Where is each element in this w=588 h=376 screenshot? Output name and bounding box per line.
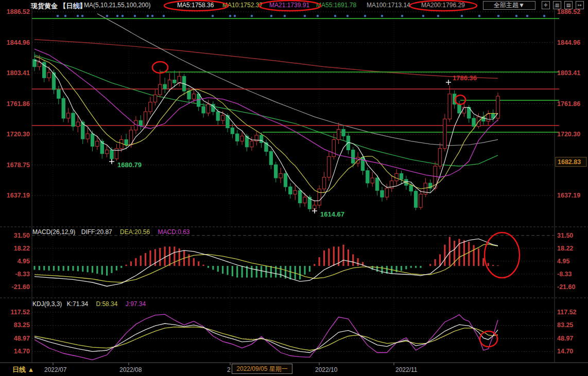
x-axis-date-label: 2 [227,366,231,373]
svg-text:117.52: 117.52 [10,309,30,316]
x-axis-date-label: 2022/11 [395,366,418,373]
x-axis-date-label: 2022/07 [44,366,66,373]
svg-text:1844.96: 1844.96 [557,39,580,46]
svg-text:14.70: 14.70 [557,348,573,355]
kdj-j-value: J:97.34 [126,300,146,308]
kdj-k-value: K:71.34 [67,300,88,308]
svg-text:83.25: 83.25 [14,321,30,329]
svg-text:48.97: 48.97 [557,335,573,342]
svg-text:1614.67: 1614.67 [320,210,344,218]
svg-text:1720.30: 1720.30 [7,131,30,138]
date-tooltip: 2022/09/05 星期一 [232,364,292,374]
svg-text:1761.86: 1761.86 [557,100,580,108]
svg-text:1844.96: 1844.96 [7,39,30,46]
svg-text:-8.33: -8.33 [557,271,572,278]
svg-text:31.50: 31.50 [14,232,30,239]
chart-canvas[interactable]: 1886.521844.961803.411761.861720.301678.… [0,0,588,376]
svg-text:1637.19: 1637.19 [7,192,30,199]
svg-text:1886.52: 1886.52 [7,8,30,15]
svg-text:1680.79: 1680.79 [117,161,142,169]
macd-header: MACD(26,12,9) DIFF:20.87 DEA:20.56 MACD:… [32,228,190,236]
svg-text:1786.36: 1786.36 [453,74,477,82]
svg-text:18.22: 18.22 [557,245,573,252]
svg-text:1720.30: 1720.30 [557,131,580,138]
svg-text:1637.19: 1637.19 [557,192,580,199]
svg-text:48.97: 48.97 [14,335,30,342]
svg-text:-21.60: -21.60 [12,283,30,291]
kdj-d-value: D:58.34 [96,300,117,308]
svg-text:31.50: 31.50 [557,232,573,239]
svg-text:1886.52: 1886.52 [557,8,580,15]
macd-value: MACD:0.63 [158,228,189,236]
svg-text:4.95: 4.95 [557,258,569,265]
svg-text:-21.60: -21.60 [557,283,575,291]
kdj-title: KDJ(9,3,3) [32,300,62,308]
x-axis-date-label: 2022/10 [315,366,337,373]
x-axis-date-label: 2022/08 [119,366,142,373]
trading-app-window: 现货黄金 【日线】 ▨ MA(5,10,21,55,100,200) MA5:1… [0,0,588,376]
svg-text:18.22: 18.22 [14,245,30,252]
period-selector[interactable]: 日线 ▲ [12,365,34,374]
svg-text:1682.83: 1682.83 [558,158,581,166]
svg-text:1761.86: 1761.86 [7,100,30,108]
svg-text:1803.41: 1803.41 [7,69,30,77]
svg-text:117.52: 117.52 [557,309,577,316]
svg-text:1803.41: 1803.41 [557,69,580,77]
svg-text:14.70: 14.70 [14,348,30,355]
svg-text:83.25: 83.25 [557,321,573,329]
svg-text:1678.75: 1678.75 [7,162,30,169]
svg-text:-8.33: -8.33 [15,271,30,278]
kdj-header: KDJ(9,3,3) K:71.34 D:58.34 J:97.34 [32,300,146,308]
macd-diff-value: DIFF:20.87 [81,228,112,236]
svg-text:4.95: 4.95 [18,258,30,265]
macd-dea-value: DEA:20.56 [120,228,150,236]
macd-title: MACD(26,12,9) [32,228,75,236]
